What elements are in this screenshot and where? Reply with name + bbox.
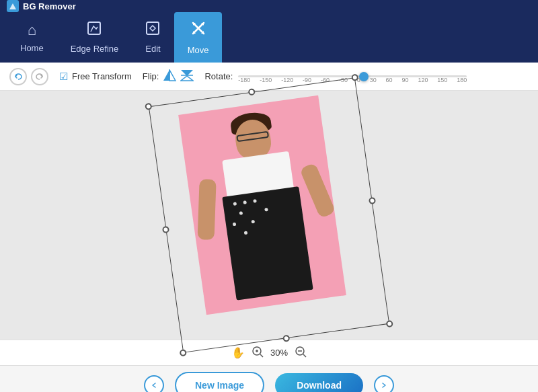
nav-item-move[interactable]: Move: [174, 12, 223, 63]
app-layout: BG Remover ⌂ Home Edge Refine: [0, 0, 538, 392]
flip-horizontal-button[interactable]: [163, 69, 176, 83]
nav-item-edit[interactable]: Edit: [132, 12, 174, 63]
flip-section: Flip:: [143, 69, 194, 83]
nav-item-edge-refine[interactable]: Edge Refine: [57, 12, 132, 63]
download-button[interactable]: Download: [275, 373, 363, 393]
nav-label-move: Move: [188, 45, 209, 55]
svg-line-15: [303, 354, 306, 357]
svg-marker-8: [181, 76, 193, 81]
home-icon: ⌂: [28, 22, 36, 39]
rotate-label: Rotate:: [204, 71, 233, 81]
svg-line-12: [260, 354, 263, 357]
free-transform-checkbox[interactable]: ☑: [59, 71, 68, 83]
hand-tool-icon[interactable]: ✋: [231, 346, 245, 359]
svg-rect-1: [88, 22, 100, 34]
next-button[interactable]: [374, 375, 394, 393]
new-image-button[interactable]: New Image: [175, 372, 264, 393]
app-logo: BG Remover: [7, 0, 76, 12]
nav-label-edit: Edit: [145, 44, 160, 54]
nav-item-home[interactable]: ⌂ Home: [7, 12, 57, 63]
free-transform-group: ☑ Free Transform: [59, 71, 132, 83]
zoom-in-button[interactable]: [252, 346, 264, 360]
zoom-value: 30%: [270, 348, 288, 358]
undo-redo-group: [9, 68, 48, 85]
redo-button[interactable]: [31, 68, 48, 85]
flip-label: Flip:: [143, 71, 159, 81]
free-transform-label: Free Transform: [72, 71, 132, 81]
edge-refine-icon: [87, 21, 102, 40]
nav-label-edge-refine: Edge Refine: [71, 44, 119, 54]
canvas-area: [0, 91, 538, 340]
move-icon: [190, 19, 207, 41]
bottom-bar: New Image Download: [0, 365, 538, 392]
nav-label-home: Home: [20, 43, 44, 53]
toolbar: ☑ Free Transform Flip:: [0, 63, 538, 91]
nav-bar: ⌂ Home Edge Refine Edit: [0, 12, 538, 63]
app-title: BG Remover: [23, 1, 76, 11]
title-bar: BG Remover: [0, 0, 538, 12]
zoom-bar: ✋ 30%: [0, 340, 538, 365]
subject-image: [178, 95, 346, 315]
main-content: ☑ Free Transform Flip:: [0, 63, 538, 392]
svg-marker-3: [163, 70, 169, 81]
prev-button[interactable]: [144, 375, 164, 393]
undo-button[interactable]: [9, 68, 27, 85]
edit-icon: [145, 21, 160, 40]
image-container: [165, 91, 373, 340]
svg-marker-5: [169, 70, 176, 81]
zoom-out-button[interactable]: [295, 346, 307, 360]
svg-rect-2: [147, 22, 159, 34]
flip-vertical-button[interactable]: [180, 69, 194, 83]
person-figure: [178, 95, 346, 315]
handle-bottom-right[interactable]: [386, 320, 393, 327]
logo-icon: [7, 0, 19, 12]
handle-mid-right[interactable]: [369, 197, 376, 204]
